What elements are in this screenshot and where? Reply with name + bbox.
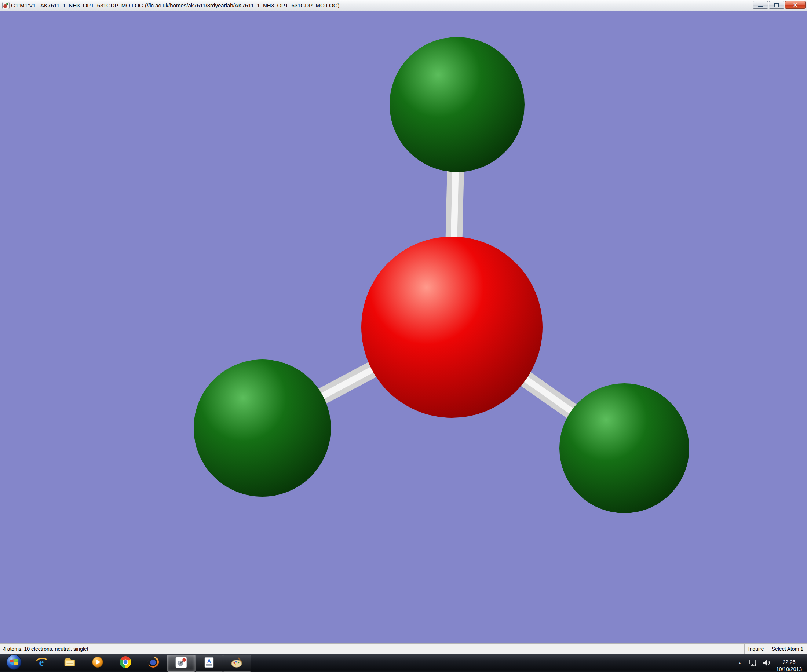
network-icon[interactable] — [748, 659, 757, 667]
taskbar-button-gaussview[interactable] — [167, 655, 195, 672]
atom-H[interactable] — [560, 383, 689, 513]
molecule-summary: 4 atoms, 10 electrons, neutral, singlet — [0, 646, 91, 652]
restore-icon — [774, 3, 779, 7]
taskbar-button-media-player[interactable] — [84, 654, 111, 672]
taskbar-button-firefox[interactable] — [139, 654, 167, 672]
svg-text:A: A — [207, 658, 211, 664]
minimize-button[interactable] — [753, 1, 768, 9]
mode-indicator: Inquire — [744, 644, 768, 654]
selection-indicator: Select Atom 1 — [768, 644, 807, 654]
taskbar-items: e — [0, 654, 251, 672]
window-title: G1:M1:V1 - AK7611_1_NH3_OPT_631GDP_MO.LO… — [11, 2, 339, 8]
titlebar: G1:M1:V1 - AK7611_1_NH3_OPT_631GDP_MO.LO… — [0, 0, 807, 11]
explorer-icon — [63, 656, 76, 670]
taskbar-button-paint[interactable] — [223, 655, 251, 672]
gaussview-window: G1:M1:V1 - AK7611_1_NH3_OPT_631GDP_MO.LO… — [0, 0, 807, 672]
wordpad-icon: A — [203, 656, 215, 670]
paint-icon — [231, 656, 243, 670]
status-bar: 4 atoms, 10 electrons, neutral, singlet … — [0, 644, 807, 654]
taskbar-button-explorer[interactable] — [56, 654, 84, 672]
internet-explorer-icon: e — [36, 656, 48, 670]
chrome-icon — [119, 656, 132, 670]
tray-clock[interactable]: 22:25 10/10/2013 — [776, 654, 802, 672]
window-controls: ✕ — [753, 1, 805, 9]
volume-icon[interactable] — [762, 659, 771, 667]
taskbar: e — [0, 654, 807, 672]
minimize-icon — [758, 6, 762, 7]
tray-time: 22:25 — [776, 659, 802, 666]
atom-N[interactable] — [361, 237, 543, 418]
restore-button[interactable] — [769, 1, 784, 9]
firefox-icon — [147, 656, 159, 670]
close-button[interactable]: ✕ — [785, 1, 805, 9]
system-tray: ▲ 22:25 10/10/2013 — [736, 654, 807, 672]
tray-date: 10/10/2013 — [776, 666, 802, 672]
molecule-canvas — [0, 11, 807, 644]
close-icon: ✕ — [793, 2, 798, 8]
start-button[interactable] — [0, 654, 28, 672]
viewport[interactable] — [0, 11, 807, 644]
start-orb-icon — [6, 654, 22, 672]
taskbar-button-wordpad[interactable]: A — [195, 655, 223, 672]
atom-H[interactable] — [390, 37, 525, 172]
taskbar-button-internet-explorer[interactable]: e — [28, 654, 56, 672]
app-icon — [2, 2, 10, 9]
taskbar-button-chrome[interactable] — [111, 654, 139, 672]
gaussview-icon — [175, 656, 188, 670]
tray-expand-icon[interactable]: ▲ — [736, 659, 743, 667]
media-player-icon — [91, 656, 104, 670]
atom-H[interactable] — [194, 360, 331, 497]
